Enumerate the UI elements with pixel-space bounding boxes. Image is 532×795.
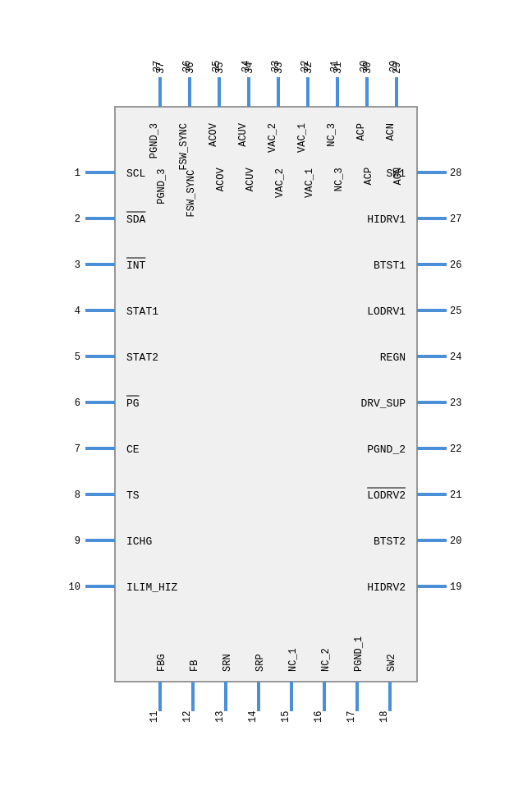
schematic-canvas [0,0,532,795]
